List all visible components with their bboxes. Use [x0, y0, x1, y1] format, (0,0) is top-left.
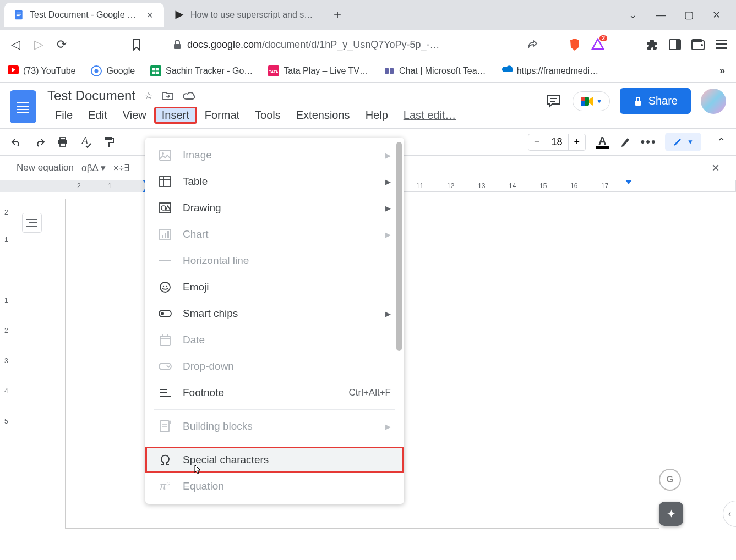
search-tabs-icon[interactable]: ⌄	[629, 9, 637, 21]
undo-button[interactable]	[10, 135, 23, 149]
bookmark-item[interactable]: Chat | Microsoft Tea…	[384, 65, 486, 76]
bookmark-item[interactable]: (73) YouTube	[8, 65, 75, 76]
menu-edit[interactable]: Edit	[80, 107, 115, 124]
new-tab-button[interactable]: +	[326, 7, 349, 23]
spellcheck-button[interactable]: A	[79, 135, 92, 149]
print-button[interactable]	[56, 135, 69, 149]
bookmark-item[interactable]: Sachin Tracker - Go…	[150, 65, 253, 76]
close-window-icon[interactable]: ✕	[712, 9, 721, 21]
font-size-decrease[interactable]: −	[528, 134, 546, 150]
insert-menu-footnote[interactable]: FootnoteCtrl+Alt+F	[145, 380, 404, 406]
editing-mode-button[interactable]: ▼	[665, 133, 701, 151]
submenu-arrow-icon: ▶	[385, 204, 391, 212]
docs-logo-icon[interactable]	[10, 90, 36, 123]
menu-item-label: Smart chips	[183, 308, 238, 320]
menu-item-label: Table	[183, 175, 208, 188]
nav-bar: ◁ ▷ ⟳ docs.google.com/document/d/1hP_y_U…	[0, 30, 736, 59]
text-color-button[interactable]: A	[596, 135, 609, 149]
grammarly-icon[interactable]: G	[659, 469, 681, 491]
forward-button[interactable]: ▷	[31, 37, 46, 52]
font-size-value[interactable]: 18	[546, 134, 569, 150]
equation-ops-dropdown[interactable]: ×÷∃	[113, 162, 130, 174]
menu-item-label: Horizontal line	[183, 255, 249, 267]
tab-inactive[interactable]: How to use superscript and subscript i	[165, 3, 325, 27]
bookmark-item[interactable]: TATATata Play – Live TV…	[268, 65, 368, 76]
cloud-status-icon[interactable]	[183, 91, 196, 101]
submenu-arrow-icon: ▶	[385, 178, 391, 186]
avatar[interactable]	[701, 89, 726, 114]
share-button[interactable]: Share	[620, 88, 691, 114]
brave-shield-icon[interactable]	[568, 37, 582, 52]
more-toolbar-button[interactable]: •••	[642, 135, 655, 149]
star-icon[interactable]: ☆	[144, 90, 153, 102]
svg-point-9	[701, 44, 703, 46]
insert-menu-dropdown: Image▶Table▶Drawing▶Chart▶Horizontal lin…	[145, 138, 404, 504]
move-icon[interactable]	[162, 91, 174, 101]
ruler-number: 17	[601, 182, 607, 190]
bookmark-item[interactable]: https://framedmedi…	[501, 65, 599, 76]
bookmark-item[interactable]: Google	[91, 65, 135, 76]
insert-menu-table[interactable]: Table▶	[145, 168, 404, 195]
outline-button[interactable]	[22, 213, 42, 233]
ruler-number: 13	[478, 182, 483, 190]
menu-tools[interactable]: Tools	[247, 107, 288, 124]
insert-menu-smart-chips[interactable]: Smart chips▶	[145, 300, 404, 327]
insert-menu-drawing[interactable]: Drawing▶	[145, 195, 404, 221]
share-url-icon[interactable]	[527, 40, 538, 50]
explore-button[interactable]: ✦	[659, 502, 683, 526]
vertical-ruler[interactable]: 2 1 1 2 3 4 5	[0, 192, 15, 550]
brave-rewards-icon[interactable]: 2	[591, 37, 605, 52]
bookmark-icon[interactable]	[129, 37, 144, 52]
doc-title[interactable]: Test Document	[47, 88, 135, 103]
menu-extensions[interactable]: Extensions	[288, 107, 358, 124]
wallet-icon[interactable]	[691, 37, 705, 52]
svg-rect-32	[60, 143, 66, 146]
url-text: docs.google.com/document/d/1hP_y_UsnQ7Yo…	[187, 39, 522, 51]
collapse-toolbar-icon[interactable]: ⌃	[717, 135, 726, 149]
menu-item-label: Building blocks	[183, 420, 253, 432]
insert-menu-special-characters[interactable]: Special characters	[145, 447, 404, 473]
sidebar-icon[interactable]	[668, 37, 682, 52]
new-equation-button[interactable]: New equation	[17, 162, 74, 173]
extensions-icon[interactable]	[645, 37, 659, 52]
font-size-increase[interactable]: +	[569, 134, 586, 150]
svg-rect-30	[60, 138, 66, 140]
paint-format-button[interactable]	[102, 135, 116, 149]
equation-greek-dropdown[interactable]: αβΔ ▾	[81, 162, 106, 174]
back-button[interactable]: ◁	[8, 37, 23, 52]
last-edit-link[interactable]: Last edit…	[404, 109, 456, 122]
svg-rect-46	[162, 235, 163, 238]
svg-point-50	[160, 282, 170, 292]
ruler-number: 14	[509, 182, 514, 190]
browser-menu-icon[interactable]	[714, 37, 728, 52]
close-equation-bar-icon[interactable]: ×	[712, 160, 719, 175]
bookmarks-overflow-icon[interactable]: »	[719, 65, 728, 76]
ruler-number: 1	[108, 182, 113, 190]
menu-help[interactable]: Help	[358, 107, 396, 124]
insert-menu-emoji[interactable]: Emoji	[145, 274, 404, 300]
svg-rect-23	[390, 68, 394, 74]
svg-text:TATA: TATA	[269, 70, 279, 74]
lock-icon	[173, 40, 182, 50]
svg-rect-2	[17, 14, 21, 14]
maximize-icon[interactable]: ▢	[684, 9, 694, 21]
svg-point-15	[95, 69, 99, 73]
menu-insert[interactable]: Insert	[154, 107, 197, 124]
image-icon	[159, 149, 172, 162]
tab-bar: Test Document - Google Docs × How to use…	[0, 0, 736, 30]
tab-active[interactable]: Test Document - Google Docs ×	[4, 3, 164, 27]
bookmark-label: Sachin Tracker - Go…	[166, 66, 253, 76]
reload-button[interactable]: ⟳	[54, 37, 69, 52]
menu-view[interactable]: View	[115, 107, 154, 124]
redo-button[interactable]	[33, 135, 46, 149]
close-tab-icon[interactable]: ×	[144, 9, 155, 21]
minimize-icon[interactable]: —	[656, 9, 666, 21]
highlight-button[interactable]	[619, 135, 632, 149]
ruler-number: 12	[447, 182, 452, 190]
url-bar[interactable]: docs.google.com/document/d/1hP_y_UsnQ7Yo…	[163, 39, 548, 51]
hr-icon	[159, 254, 172, 267]
comments-icon[interactable]	[545, 92, 563, 110]
menu-format[interactable]: Format	[197, 107, 247, 124]
meet-button[interactable]: ▼	[573, 91, 610, 111]
menu-file[interactable]: File	[47, 107, 80, 124]
